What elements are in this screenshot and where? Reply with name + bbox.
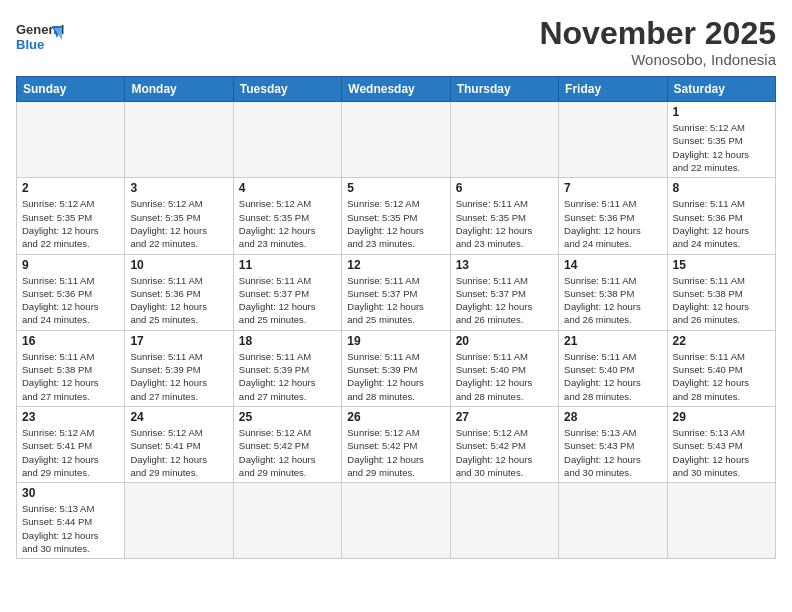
day-number: 28: [564, 410, 661, 424]
calendar-cell: 26Sunrise: 5:12 AM Sunset: 5:42 PM Dayli…: [342, 406, 450, 482]
day-number: 12: [347, 258, 444, 272]
day-number: 29: [673, 410, 770, 424]
day-number: 10: [130, 258, 227, 272]
day-number: 24: [130, 410, 227, 424]
calendar-cell: 2Sunrise: 5:12 AM Sunset: 5:35 PM Daylig…: [17, 178, 125, 254]
calendar-cell: 21Sunrise: 5:11 AM Sunset: 5:40 PM Dayli…: [559, 330, 667, 406]
day-number: 5: [347, 181, 444, 195]
calendar-cell: [342, 483, 450, 559]
day-number: 25: [239, 410, 336, 424]
day-number: 4: [239, 181, 336, 195]
day-info: Sunrise: 5:11 AM Sunset: 5:39 PM Dayligh…: [347, 350, 444, 403]
weekday-header-wednesday: Wednesday: [342, 77, 450, 102]
calendar-cell: 24Sunrise: 5:12 AM Sunset: 5:41 PM Dayli…: [125, 406, 233, 482]
calendar-cell: 9Sunrise: 5:11 AM Sunset: 5:36 PM Daylig…: [17, 254, 125, 330]
calendar-cell: 27Sunrise: 5:12 AM Sunset: 5:42 PM Dayli…: [450, 406, 558, 482]
day-info: Sunrise: 5:12 AM Sunset: 5:42 PM Dayligh…: [456, 426, 553, 479]
calendar-cell: 18Sunrise: 5:11 AM Sunset: 5:39 PM Dayli…: [233, 330, 341, 406]
calendar-cell: [450, 102, 558, 178]
calendar-cell: 14Sunrise: 5:11 AM Sunset: 5:38 PM Dayli…: [559, 254, 667, 330]
calendar-cell: [450, 483, 558, 559]
day-number: 6: [456, 181, 553, 195]
calendar-table: SundayMondayTuesdayWednesdayThursdayFrid…: [16, 76, 776, 559]
calendar-cell: 6Sunrise: 5:11 AM Sunset: 5:35 PM Daylig…: [450, 178, 558, 254]
calendar-cell: [342, 102, 450, 178]
calendar-cell: 19Sunrise: 5:11 AM Sunset: 5:39 PM Dayli…: [342, 330, 450, 406]
calendar-cell: 25Sunrise: 5:12 AM Sunset: 5:42 PM Dayli…: [233, 406, 341, 482]
day-number: 21: [564, 334, 661, 348]
day-info: Sunrise: 5:11 AM Sunset: 5:40 PM Dayligh…: [564, 350, 661, 403]
day-info: Sunrise: 5:11 AM Sunset: 5:36 PM Dayligh…: [673, 197, 770, 250]
day-number: 11: [239, 258, 336, 272]
day-number: 23: [22, 410, 119, 424]
day-info: Sunrise: 5:11 AM Sunset: 5:39 PM Dayligh…: [130, 350, 227, 403]
day-info: Sunrise: 5:13 AM Sunset: 5:44 PM Dayligh…: [22, 502, 119, 555]
calendar-cell: 15Sunrise: 5:11 AM Sunset: 5:38 PM Dayli…: [667, 254, 775, 330]
day-number: 9: [22, 258, 119, 272]
calendar-cell: 22Sunrise: 5:11 AM Sunset: 5:40 PM Dayli…: [667, 330, 775, 406]
day-info: Sunrise: 5:11 AM Sunset: 5:37 PM Dayligh…: [239, 274, 336, 327]
day-number: 7: [564, 181, 661, 195]
day-number: 22: [673, 334, 770, 348]
location: Wonosobo, Indonesia: [539, 51, 776, 68]
calendar-cell: 13Sunrise: 5:11 AM Sunset: 5:37 PM Dayli…: [450, 254, 558, 330]
weekday-header-saturday: Saturday: [667, 77, 775, 102]
calendar-cell: 7Sunrise: 5:11 AM Sunset: 5:36 PM Daylig…: [559, 178, 667, 254]
day-info: Sunrise: 5:11 AM Sunset: 5:35 PM Dayligh…: [456, 197, 553, 250]
calendar-cell: [559, 102, 667, 178]
day-info: Sunrise: 5:12 AM Sunset: 5:35 PM Dayligh…: [347, 197, 444, 250]
day-number: 14: [564, 258, 661, 272]
calendar-week-row-1: 2Sunrise: 5:12 AM Sunset: 5:35 PM Daylig…: [17, 178, 776, 254]
month-title: November 2025: [539, 16, 776, 51]
day-info: Sunrise: 5:11 AM Sunset: 5:37 PM Dayligh…: [347, 274, 444, 327]
day-number: 27: [456, 410, 553, 424]
calendar-cell: 5Sunrise: 5:12 AM Sunset: 5:35 PM Daylig…: [342, 178, 450, 254]
calendar-cell: [233, 102, 341, 178]
calendar-week-row-2: 9Sunrise: 5:11 AM Sunset: 5:36 PM Daylig…: [17, 254, 776, 330]
calendar-cell: 23Sunrise: 5:12 AM Sunset: 5:41 PM Dayli…: [17, 406, 125, 482]
day-info: Sunrise: 5:12 AM Sunset: 5:41 PM Dayligh…: [22, 426, 119, 479]
header: GeneralBlue November 2025 Wonosobo, Indo…: [16, 16, 776, 68]
day-info: Sunrise: 5:11 AM Sunset: 5:40 PM Dayligh…: [673, 350, 770, 403]
calendar-cell: 29Sunrise: 5:13 AM Sunset: 5:43 PM Dayli…: [667, 406, 775, 482]
calendar-cell: 4Sunrise: 5:12 AM Sunset: 5:35 PM Daylig…: [233, 178, 341, 254]
day-number: 18: [239, 334, 336, 348]
day-number: 3: [130, 181, 227, 195]
day-info: Sunrise: 5:12 AM Sunset: 5:35 PM Dayligh…: [239, 197, 336, 250]
calendar-week-row-0: 1Sunrise: 5:12 AM Sunset: 5:35 PM Daylig…: [17, 102, 776, 178]
logo: GeneralBlue: [16, 16, 64, 56]
calendar-cell: [559, 483, 667, 559]
day-info: Sunrise: 5:12 AM Sunset: 5:35 PM Dayligh…: [130, 197, 227, 250]
svg-text:Blue: Blue: [16, 37, 44, 52]
calendar-week-row-3: 16Sunrise: 5:11 AM Sunset: 5:38 PM Dayli…: [17, 330, 776, 406]
calendar-cell: 28Sunrise: 5:13 AM Sunset: 5:43 PM Dayli…: [559, 406, 667, 482]
logo-svg: GeneralBlue: [16, 16, 64, 56]
day-info: Sunrise: 5:12 AM Sunset: 5:41 PM Dayligh…: [130, 426, 227, 479]
day-number: 13: [456, 258, 553, 272]
day-number: 26: [347, 410, 444, 424]
title-block: November 2025 Wonosobo, Indonesia: [539, 16, 776, 68]
day-info: Sunrise: 5:12 AM Sunset: 5:35 PM Dayligh…: [22, 197, 119, 250]
calendar-cell: [667, 483, 775, 559]
day-info: Sunrise: 5:12 AM Sunset: 5:42 PM Dayligh…: [347, 426, 444, 479]
day-info: Sunrise: 5:13 AM Sunset: 5:43 PM Dayligh…: [564, 426, 661, 479]
day-info: Sunrise: 5:11 AM Sunset: 5:36 PM Dayligh…: [130, 274, 227, 327]
calendar-cell: 3Sunrise: 5:12 AM Sunset: 5:35 PM Daylig…: [125, 178, 233, 254]
calendar-cell: 1Sunrise: 5:12 AM Sunset: 5:35 PM Daylig…: [667, 102, 775, 178]
page: GeneralBlue November 2025 Wonosobo, Indo…: [0, 0, 792, 612]
calendar-cell: [233, 483, 341, 559]
day-info: Sunrise: 5:11 AM Sunset: 5:39 PM Dayligh…: [239, 350, 336, 403]
calendar-cell: 16Sunrise: 5:11 AM Sunset: 5:38 PM Dayli…: [17, 330, 125, 406]
day-info: Sunrise: 5:12 AM Sunset: 5:35 PM Dayligh…: [673, 121, 770, 174]
weekday-header-tuesday: Tuesday: [233, 77, 341, 102]
weekday-header-sunday: Sunday: [17, 77, 125, 102]
day-info: Sunrise: 5:12 AM Sunset: 5:42 PM Dayligh…: [239, 426, 336, 479]
weekday-header-row: SundayMondayTuesdayWednesdayThursdayFrid…: [17, 77, 776, 102]
weekday-header-friday: Friday: [559, 77, 667, 102]
weekday-header-monday: Monday: [125, 77, 233, 102]
weekday-header-thursday: Thursday: [450, 77, 558, 102]
calendar-cell: [125, 483, 233, 559]
day-number: 2: [22, 181, 119, 195]
day-number: 19: [347, 334, 444, 348]
day-info: Sunrise: 5:11 AM Sunset: 5:38 PM Dayligh…: [22, 350, 119, 403]
